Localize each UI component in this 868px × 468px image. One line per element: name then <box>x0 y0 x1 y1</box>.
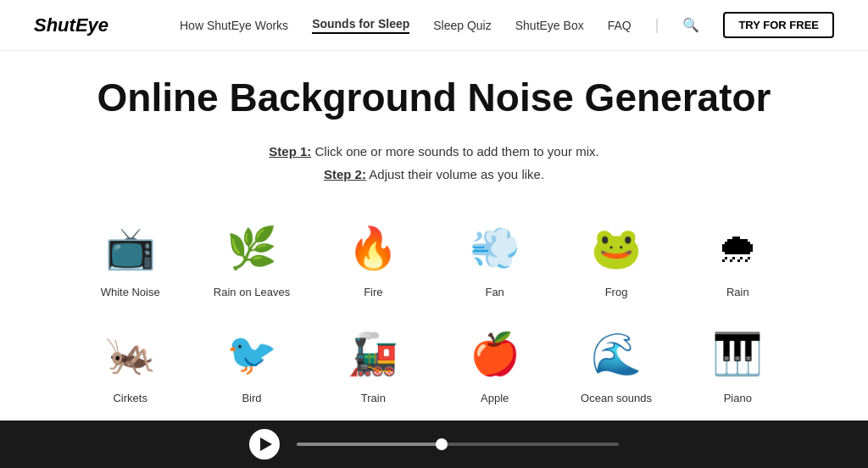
sound-item-fire[interactable]: 🔥Fire <box>313 209 434 307</box>
apple-label: Apple <box>481 392 509 404</box>
instructions: Step 1: Click one or more sounds to add … <box>34 140 834 186</box>
train-label: Train <box>361 392 386 404</box>
rain-label: Rain <box>726 286 749 298</box>
rain-on-leaves-icon: 🌿 <box>221 218 282 279</box>
sound-item-frog[interactable]: 🐸Frog <box>555 209 676 307</box>
fire-icon: 🔥 <box>342 218 403 279</box>
sound-item-ocean-sounds[interactable]: 🌊Ocean sounds <box>555 315 676 413</box>
sound-item-bird[interactable]: 🐦Bird <box>191 315 312 413</box>
sound-item-fan[interactable]: 💨Fan <box>434 209 555 307</box>
ocean-sounds-icon: 🌊 <box>586 324 647 385</box>
sound-item-rain-on-leaves[interactable]: 🌿Rain on Leaves <box>191 209 312 307</box>
audio-player <box>0 421 868 468</box>
piano-icon: 🎹 <box>707 324 768 385</box>
step1: Step 1: Click one or more sounds to add … <box>34 140 834 163</box>
apple-icon: 🍎 <box>465 324 526 385</box>
fire-label: Fire <box>364 286 382 298</box>
frog-icon: 🐸 <box>586 218 647 279</box>
sound-item-piano[interactable]: 🎹Piano <box>677 315 798 413</box>
white-noise-label: White Noise <box>101 286 160 298</box>
sound-grid: 📺White Noise🌿Rain on Leaves🔥Fire💨Fan🐸Fro… <box>70 209 798 413</box>
nav-divider: | <box>655 16 659 34</box>
ocean-sounds-label: Ocean sounds <box>581 392 652 404</box>
step2-label: Step 2: <box>324 167 366 181</box>
sound-item-train[interactable]: 🚂Train <box>313 315 434 413</box>
train-icon: 🚂 <box>342 324 403 385</box>
sound-item-apple[interactable]: 🍎Apple <box>434 315 555 413</box>
rain-icon: 🌧 <box>707 218 768 279</box>
fan-label: Fan <box>485 286 504 298</box>
fan-icon: 💨 <box>465 218 526 279</box>
piano-label: Piano <box>724 392 752 404</box>
progress-thumb[interactable] <box>436 438 448 450</box>
cirkets-icon: 🦗 <box>100 324 161 385</box>
sound-item-white-noise[interactable]: 📺White Noise <box>70 209 191 307</box>
nav-shuteye-box[interactable]: ShutEye Box <box>515 19 584 32</box>
header: ShutEye How ShutEye Works Sounds for Sle… <box>0 0 868 51</box>
nav-sounds-for-sleep[interactable]: Sounds for Sleep <box>312 17 409 34</box>
main-nav: How ShutEye Works Sounds for Sleep Sleep… <box>180 12 834 38</box>
main-content: Online Background Noise Generator Step 1… <box>0 51 868 413</box>
progress-fill <box>297 443 442 446</box>
bird-icon: 🐦 <box>221 324 282 385</box>
step1-label: Step 1: <box>269 144 311 159</box>
page-title: Online Background Noise Generator <box>34 76 834 120</box>
step2: Step 2: Adjust their volume as you like. <box>34 163 834 186</box>
progress-bar[interactable] <box>297 443 619 446</box>
try-for-free-button[interactable]: TRY FOR FREE <box>723 12 834 38</box>
nav-how-shuteye-works[interactable]: How ShutEye Works <box>180 19 288 32</box>
step2-text: Adjust their volume as you like. <box>366 167 544 181</box>
play-button[interactable] <box>249 429 280 460</box>
play-icon <box>260 437 272 451</box>
nav-faq[interactable]: FAQ <box>608 19 632 32</box>
cirkets-label: Cirkets <box>113 392 147 404</box>
logo[interactable]: ShutEye <box>34 14 108 36</box>
nav-sleep-quiz[interactable]: Sleep Quiz <box>433 19 491 32</box>
sound-item-cirkets[interactable]: 🦗Cirkets <box>70 315 191 413</box>
rain-on-leaves-label: Rain on Leaves <box>214 286 290 298</box>
search-icon[interactable]: 🔍 <box>682 17 699 33</box>
sound-item-rain[interactable]: 🌧Rain <box>677 209 798 307</box>
step1-text: Click one or more sounds to add them to … <box>311 144 598 159</box>
frog-label: Frog <box>605 286 628 298</box>
bird-label: Bird <box>242 392 261 404</box>
white-noise-icon: 📺 <box>100 218 161 279</box>
